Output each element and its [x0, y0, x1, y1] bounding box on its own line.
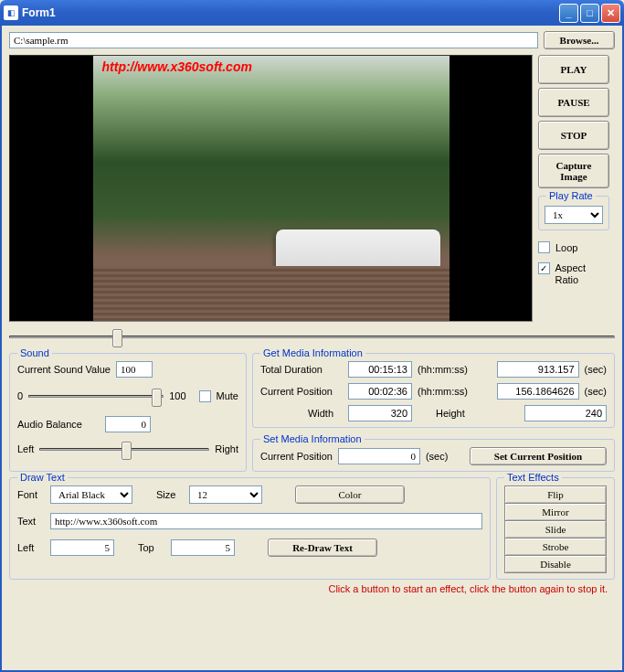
width-val: 320	[348, 405, 412, 421]
stop-button[interactable]: STOP	[538, 121, 609, 150]
strobe-button[interactable]: Strobe	[504, 538, 607, 556]
width-label: Width	[260, 408, 343, 419]
top-label: Top	[138, 542, 165, 553]
getmedia-legend: Get Media Information	[260, 347, 365, 358]
left-label: Left	[17, 542, 45, 553]
balance-slider[interactable]	[39, 438, 209, 460]
pos-label: Current Position	[260, 386, 343, 397]
height-label: Height	[436, 408, 465, 419]
hms-suffix-1: (hh:mm:ss)	[418, 364, 468, 375]
window-title: Form1	[22, 6, 559, 19]
size-label: Size	[156, 489, 184, 500]
text-input[interactable]	[50, 513, 482, 529]
sound-legend: Sound	[17, 347, 52, 358]
playrate-legend: Play Rate	[546, 190, 596, 201]
mute-checkbox[interactable]	[199, 390, 211, 402]
browse-button[interactable]: Browse...	[544, 31, 615, 49]
slide-button[interactable]: Slide	[504, 520, 607, 539]
duration-label: Total Duration	[260, 364, 343, 375]
sound-current-value[interactable]	[116, 361, 153, 378]
loop-checkbox[interactable]	[538, 241, 550, 253]
height-val: 240	[524, 405, 607, 421]
minimize-button[interactable]: _	[559, 4, 578, 23]
play-button[interactable]: PLAY	[538, 55, 609, 84]
video-overlay-text: http://www.x360soft.com	[102, 59, 252, 74]
flip-button[interactable]: Flip	[504, 485, 607, 504]
balance-right-label: Right	[215, 443, 238, 454]
loop-label: Loop	[555, 242, 577, 253]
balance-label: Audio Balance	[17, 419, 100, 430]
redraw-button[interactable]: Re-Draw Text	[268, 539, 377, 557]
sound-min: 0	[17, 390, 23, 401]
app-icon: ◧	[4, 5, 18, 20]
text-label: Text	[17, 516, 45, 527]
sec-suffix-1: (sec)	[585, 364, 607, 375]
mute-label: Mute	[217, 390, 238, 401]
maximize-button[interactable]: □	[580, 4, 599, 23]
color-button[interactable]: Color	[295, 485, 405, 504]
aspect-ratio-checkbox[interactable]: ✓	[538, 262, 550, 274]
volume-slider[interactable]	[28, 385, 164, 407]
set-position-button[interactable]: Set Current Position	[470, 447, 607, 465]
drawtext-legend: Draw Text	[17, 472, 68, 483]
sound-current-label: Current Sound Value	[17, 364, 111, 375]
top-input[interactable]	[171, 539, 235, 556]
title-bar: ◧ Form1 _ □ ✕	[0, 0, 624, 26]
balance-value[interactable]	[105, 416, 151, 432]
mirror-button[interactable]: Mirror	[504, 503, 607, 521]
font-label: Font	[17, 489, 45, 500]
hms-suffix-2: (hh:mm:ss)	[418, 386, 468, 397]
setmedia-legend: Set Media Information	[260, 433, 365, 444]
video-preview: http://www.x360soft.com	[9, 55, 533, 322]
duration-sec: 913.157	[497, 361, 579, 378]
size-select[interactable]: 12	[189, 485, 262, 504]
pause-button[interactable]: PAUSE	[538, 88, 609, 117]
duration-hms: 00:15:13	[348, 361, 412, 378]
aspect-ratio-label: Aspect Ratio	[555, 262, 610, 286]
sound-max: 100	[169, 390, 185, 401]
seek-slider[interactable]	[9, 325, 615, 347]
status-message: Click a button to start an effect, click…	[9, 583, 615, 594]
balance-left-label: Left	[17, 443, 34, 454]
setpos-sec-suffix: (sec)	[426, 451, 448, 462]
file-path-input[interactable]	[9, 32, 538, 48]
close-button[interactable]: ✕	[601, 4, 620, 23]
capture-image-button[interactable]: Capture Image	[538, 154, 609, 188]
disable-button[interactable]: Disable	[504, 555, 607, 573]
left-input[interactable]	[50, 539, 114, 556]
setpos-input[interactable]	[338, 448, 420, 464]
font-select[interactable]: Arial Black	[50, 485, 132, 504]
setpos-label: Current Position	[260, 451, 333, 462]
sec-suffix-2: (sec)	[585, 386, 607, 397]
pos-sec: 156.1864626	[497, 383, 579, 400]
pos-hms: 00:02:36	[348, 383, 412, 400]
effects-legend: Text Effects	[504, 472, 562, 483]
playrate-select[interactable]: 1x	[545, 206, 603, 224]
